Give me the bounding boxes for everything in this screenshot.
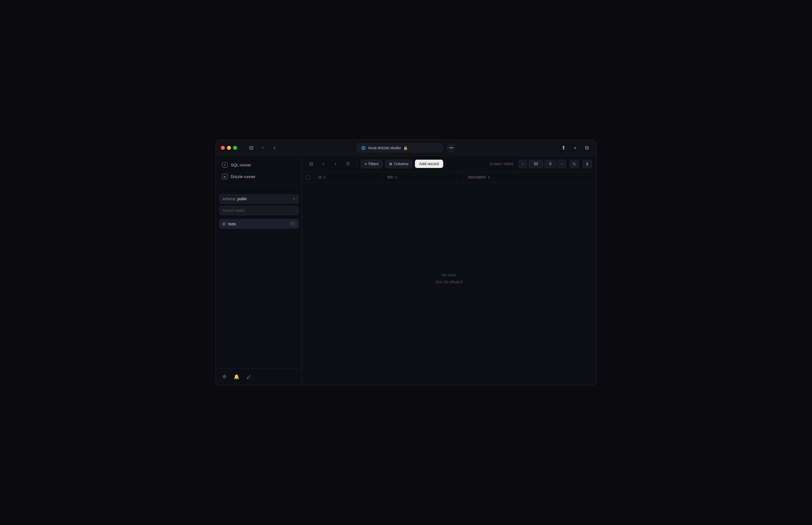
add-record-button[interactable]: Add record	[415, 160, 443, 168]
titlebar: ⊟ ▾ ‹ 🌐 local.drizzle.studio 🔒 ••• ⬆ + ⧉	[216, 140, 596, 156]
settings-icon: ⚙	[222, 374, 226, 379]
download-icon: ⬇	[585, 162, 589, 166]
offset-input[interactable]	[545, 160, 556, 168]
col-header-title: title ⇅	[383, 172, 463, 183]
columns-button[interactable]: ⊞ Columns	[385, 160, 412, 168]
limit-input[interactable]	[529, 160, 543, 168]
notifications-button[interactable]: 🔔	[231, 372, 242, 382]
filters-icon: ≡	[365, 162, 367, 166]
chevron-down-icon[interactable]: ▾	[259, 144, 267, 152]
close-button[interactable]	[221, 146, 225, 150]
more-options-button[interactable]: •••	[447, 144, 455, 152]
drizzle-runner-icon: ◈	[222, 174, 227, 179]
sidebar-middle: schema: public ⇅	[216, 192, 301, 218]
main-layout: # SQL runner ◈ Drizzle runner schema: pu…	[216, 156, 596, 385]
sort-title-icon[interactable]: ⇅	[395, 176, 397, 179]
prev-rows-button[interactable]: ‹	[519, 160, 527, 168]
col-header-description: description ⇅	[463, 172, 596, 183]
sort-description-icon[interactable]: ⇅	[488, 176, 490, 179]
table-list: ⊞ todo 0	[216, 218, 301, 368]
empty-state-line1: No rows	[435, 271, 462, 279]
table-icon: ⊞	[222, 221, 226, 226]
titlebar-right-controls: ⬆ + ⧉	[559, 144, 591, 152]
pagination-controls: ‹ ›	[519, 160, 566, 168]
history-icon[interactable]: ⏱	[343, 159, 353, 169]
url-bar[interactable]: 🌐 local.drizzle.studio 🔒	[357, 144, 443, 152]
next-page-icon[interactable]: ›	[331, 159, 341, 169]
globe-icon: 🌐	[361, 146, 366, 150]
col-id-label: id	[319, 175, 322, 179]
next-rows-button[interactable]: ›	[557, 160, 566, 168]
sql-runner-label: SQL runner	[231, 163, 251, 167]
sidebar-nav: # SQL runner ◈ Drizzle runner	[216, 156, 301, 192]
filters-label: Filters	[369, 162, 379, 166]
columns-icon: ⊞	[389, 162, 392, 166]
bell-icon: 🔔	[234, 374, 239, 379]
sidebar-toggle-icon[interactable]: ⊟	[247, 144, 255, 152]
select-all-checkbox[interactable]	[306, 175, 310, 180]
rows-stats: 0 rows • 43ms	[490, 162, 513, 166]
drizzle-runner-label: Drizzle runner	[231, 175, 255, 179]
content-area: ⊟ ‹ › ⏱ ≡ Filters ⊞ Columns Add record 0…	[302, 156, 596, 385]
sidebar-item-sql-runner[interactable]: # SQL runner	[219, 160, 298, 170]
sidebar: # SQL runner ◈ Drizzle runner schema: pu…	[216, 156, 302, 385]
add-record-label: Add record	[419, 162, 439, 166]
sort-id-icon[interactable]: ⇅	[323, 176, 326, 179]
back-navigation-icon[interactable]: ‹	[270, 144, 279, 152]
traffic-lights	[221, 146, 237, 150]
schema-label: schema:	[222, 197, 236, 201]
titlebar-center: 🌐 local.drizzle.studio 🔒 •••	[357, 144, 455, 152]
col-header-id: id ⇅	[314, 172, 383, 183]
sidebar-item-drizzle-runner[interactable]: ◈ Drizzle runner	[219, 171, 298, 182]
table-name: todo	[228, 222, 287, 226]
table-area: id ⇅ title ⇅	[302, 172, 596, 385]
schema-selector[interactable]: schema: public ⇅	[219, 194, 298, 204]
schema-value: public	[237, 197, 247, 201]
sql-runner-icon: #	[222, 162, 227, 168]
titlebar-left-controls: ⊟ ▾ ‹	[247, 144, 279, 152]
col-description-label: description	[468, 175, 486, 179]
copy-window-icon[interactable]: ⧉	[582, 144, 591, 152]
link-icon: 🖊	[247, 374, 251, 379]
filters-button[interactable]: ≡ Filters	[360, 160, 383, 168]
maximize-button[interactable]	[233, 146, 237, 150]
lock-icon: 🔒	[403, 146, 408, 150]
table-count: 0	[290, 221, 295, 226]
schema-chevron-icon: ⇅	[292, 197, 295, 201]
data-table: id ⇅ title ⇅	[302, 172, 596, 183]
content-toolbar: ⊟ ‹ › ⏱ ≡ Filters ⊞ Columns Add record 0…	[302, 156, 596, 172]
sidebar-divider	[219, 185, 298, 186]
empty-state-line2: limit 50 offset 0	[435, 279, 462, 286]
new-tab-icon[interactable]: +	[571, 144, 579, 152]
prev-page-icon[interactable]: ‹	[319, 159, 328, 169]
search-tables-input[interactable]	[219, 206, 298, 215]
app-window: ⊟ ▾ ‹ 🌐 local.drizzle.studio 🔒 ••• ⬆ + ⧉	[216, 140, 596, 385]
minimize-button[interactable]	[227, 146, 231, 150]
checkbox-col-header	[302, 172, 314, 183]
refresh-button[interactable]: ↻	[570, 160, 579, 168]
settings-button[interactable]: ⚙	[219, 372, 230, 382]
download-button[interactable]: ⬇	[582, 160, 592, 168]
columns-label: Columns	[394, 162, 409, 166]
url-text: local.drizzle.studio	[368, 146, 401, 150]
share-icon[interactable]: ⬆	[559, 144, 568, 152]
table-item-todo[interactable]: ⊞ todo 0	[219, 219, 298, 229]
empty-state: No rows limit 50 offset 0	[435, 271, 462, 286]
col-title-label: title	[387, 175, 393, 179]
more-dots-icon: •••	[449, 146, 453, 150]
link-button[interactable]: 🖊	[243, 372, 254, 382]
sidebar-bottom: ⚙ 🔔 🖊	[216, 368, 301, 385]
refresh-icon: ↻	[573, 162, 576, 166]
sidebar-collapse-icon[interactable]: ⊟	[306, 159, 316, 169]
